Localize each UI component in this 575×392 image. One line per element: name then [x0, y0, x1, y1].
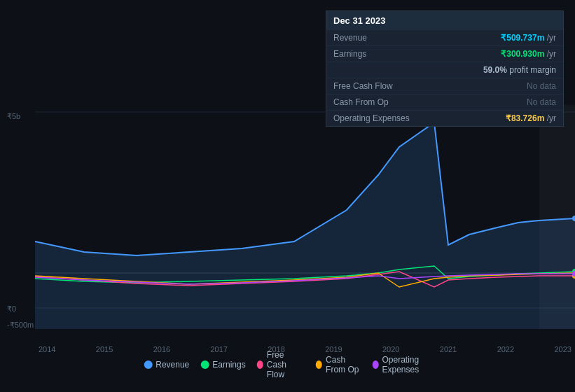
profit-margin-row: 59.0% profit margin [326, 62, 563, 78]
legend-earnings[interactable]: Earnings [200, 360, 245, 370]
legend-operating-expenses[interactable]: Operating Expenses [372, 355, 431, 374]
legend-cash-from-op[interactable]: Cash From Op [316, 355, 361, 374]
cash-from-op-row: Cash From Op No data [326, 94, 563, 111]
legend-dot-earnings [200, 360, 209, 369]
legend-label-revenue: Revenue [155, 360, 189, 370]
legend-dot-cash-from-op [316, 360, 322, 369]
profit-margin-value: 59.0% profit margin [483, 65, 556, 75]
revenue-value: ₹509.737m /yr [501, 33, 556, 43]
chart-svg [35, 105, 575, 329]
earnings-label: Earnings [333, 49, 424, 59]
earnings-row: Earnings ₹300.930m /yr [326, 46, 563, 62]
x-label-2022: 2022 [497, 345, 514, 354]
cash-from-op-value: No data [527, 97, 556, 107]
x-label-2015: 2015 [96, 345, 113, 354]
operating-expenses-row: Operating Expenses ₹83.726m /yr [326, 111, 563, 126]
legend-revenue[interactable]: Revenue [144, 360, 189, 370]
x-label-2023: 2023 [554, 345, 571, 354]
free-cash-flow-label: Free Cash Flow [333, 81, 424, 91]
revenue-label: Revenue [333, 33, 424, 43]
operating-expenses-value: ₹83.726m /yr [506, 113, 556, 123]
legend: Revenue Earnings Free Cash Flow Cash Fro… [144, 350, 431, 379]
legend-label-operating-expenses: Operating Expenses [382, 355, 431, 374]
info-panel: Dec 31 2023 Revenue ₹509.737m /yr Earnin… [326, 10, 564, 127]
legend-label-cash-from-op: Cash From Op [326, 355, 361, 374]
legend-dot-revenue [144, 360, 152, 369]
operating-expenses-label: Operating Expenses [333, 113, 424, 123]
legend-dot-operating-expenses [372, 360, 378, 369]
info-panel-title: Dec 31 2023 [326, 11, 563, 30]
y-label-negative: -₹500m [7, 321, 34, 330]
free-cash-flow-value: No data [527, 81, 556, 91]
chart-container: Dec 31 2023 Revenue ₹509.737m /yr Earnin… [0, 0, 575, 392]
revenue-row: Revenue ₹509.737m /yr [326, 30, 563, 46]
y-label-top: ₹5b [7, 112, 20, 121]
svg-marker-4 [35, 122, 575, 329]
x-label-2021: 2021 [440, 345, 457, 354]
free-cash-flow-row: Free Cash Flow No data [326, 78, 563, 94]
y-label-zero: ₹0 [7, 304, 16, 314]
legend-free-cash-flow[interactable]: Free Cash Flow [257, 350, 305, 379]
earnings-value: ₹300.930m /yr [501, 49, 556, 59]
legend-label-earnings: Earnings [212, 360, 245, 370]
cash-from-op-label: Cash From Op [333, 97, 424, 107]
legend-dot-free-cash-flow [257, 360, 263, 369]
x-label-2014: 2014 [39, 345, 55, 354]
legend-label-free-cash-flow: Free Cash Flow [267, 350, 305, 379]
